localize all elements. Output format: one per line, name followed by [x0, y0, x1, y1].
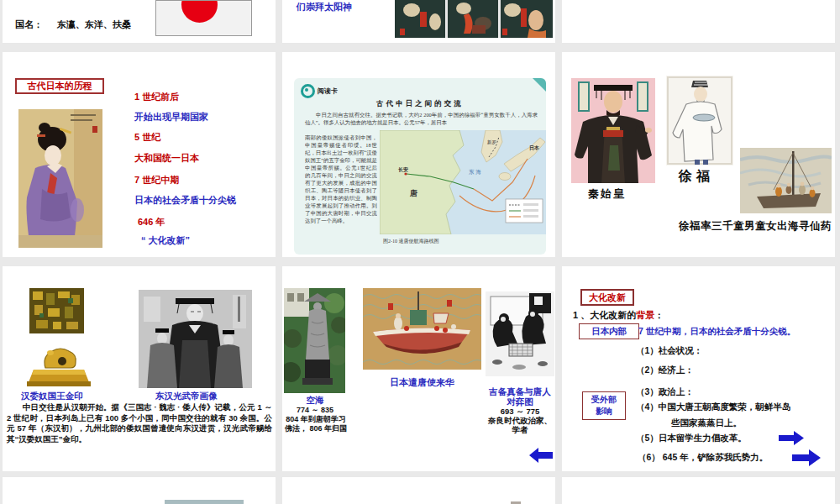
timeline-item-4: 大和国统一日本: [134, 152, 199, 165]
map-label-tang: 唐: [409, 189, 418, 197]
reform-item-6: （6） 645 年，铲除苏我氏势力。: [638, 452, 768, 464]
reform-heading-prefix: 1 、大化改新的: [573, 310, 636, 320]
slide-thumbnail-reading-card[interactable]: 阅读卡 古代中日之间的交流 中日之间自古就有交往。据史书记载，大约2 200年前…: [282, 52, 555, 257]
reading-card-icon-dot: [305, 88, 308, 92]
slide-thumbnail-xufu-legend[interactable]: 秦始皇 徐福: [562, 52, 835, 257]
timeline-item-5: 7 世纪中期: [134, 174, 179, 186]
qin-shihuang-label: 秦始皇: [588, 186, 626, 202]
reform-heading-suffix: ：: [654, 310, 664, 320]
reform-item-3: （3）政治上：: [636, 386, 694, 398]
map-caption: 图2-10 遣唐使航海路线图: [383, 238, 439, 245]
external-factor-box: 受外部 影响: [582, 391, 626, 420]
reading-card-panel: 阅读卡 古代中日之间的交流 中日之间自古就有交往。据史书记载，大约2 200年前…: [294, 78, 546, 255]
country-name-label: 国名：: [15, 19, 43, 29]
xufu-caption: 徐福率三千童男童女出海寻仙药: [679, 219, 832, 234]
slide-thumbnail-partial-bottom-3[interactable]: [562, 477, 835, 504]
map-label-changan: 长安: [397, 166, 408, 172]
map-label-xinluo: 新罗: [487, 139, 496, 145]
slide-thumbnail-country-name[interactable]: 国名： 东瀛、东洋、扶桑: [3, 0, 276, 43]
partial-image-strip: [165, 500, 244, 504]
nav-arrow-right-icon-1[interactable]: [779, 431, 804, 445]
timeline-item-3: 5 世纪: [134, 131, 160, 144]
seal-face-image: [29, 288, 84, 333]
geisha-painting-image: [18, 109, 102, 248]
sun-worship-caption: 们崇拜太阳神: [297, 1, 352, 13]
timeline-item-2: 开始出现早期国家: [134, 111, 208, 123]
reading-card-icon: [301, 84, 315, 98]
gold-seal-label: 汉委奴国王金印: [21, 391, 83, 402]
external-factor-line2: 影响: [583, 406, 625, 417]
envoy-ship-painting-image: [363, 288, 481, 370]
xufu-voyage-image: [740, 148, 832, 213]
slide-thumbnail-tang-envoys[interactable]: 空海 774 ～ 835 804 年到唐朝学习 佛法， 806 年归国: [282, 266, 555, 471]
country-name-line: 国名： 东瀛、东洋、扶桑: [15, 18, 131, 31]
japan-flag-icon: [155, 0, 252, 36]
gold-seal-image: [25, 338, 92, 388]
timeline-item-6: 日本的社会矛盾十分尖锐: [134, 194, 236, 207]
reform-item-2: （2）经济上：: [636, 365, 694, 376]
nav-arrow-right-icon-2[interactable]: [792, 449, 821, 466]
reading-card-tag: 阅读卡: [318, 87, 338, 96]
timeline-item-8: “ 大化改新”: [141, 234, 190, 247]
reform-item-4: （4）中国大唐王朝高度繁荣，朝鲜半岛: [636, 402, 790, 413]
slide-thumbnail-sun-worship[interactable]: 们崇拜太阳神: [282, 0, 555, 43]
nav-arrow-left-icon[interactable]: [529, 448, 553, 463]
slide-thumbnail-taika-reform[interactable]: 大化改新 1 、大化改新的背景： 日本内部 7 世纪中期，日本的社会矛盾十分尖锐…: [562, 266, 835, 471]
kukai-line3: 佛法， 806 年归国: [281, 423, 351, 434]
go-game-illustration-image: [486, 291, 554, 376]
slide-sorter-grid: 国名： 东瀛、东洋、扶桑 们崇拜太阳神: [0, 0, 840, 504]
kukai-statue-image: [284, 288, 345, 393]
slide-thumbnail-partial-bottom-1[interactable]: [3, 477, 276, 504]
map-label-riben: 日本: [529, 144, 539, 151]
qin-shihuang-portrait-image: [571, 78, 655, 183]
country-name-value: 东瀛、东洋、扶桑: [57, 19, 131, 29]
flag-sun-circle: [181, 0, 218, 23]
history-title-box: 古代日本的历程: [15, 78, 104, 94]
xufu-portrait-image: [666, 76, 733, 165]
han-exchange-paragraph: 中日交往是从汉朝开始。据《三国志 · 魏志 · 倭人传》记载，公元 1 ～ 2 …: [7, 402, 272, 444]
slide-thumbnail-gold-seal[interactable]: 汉委奴国王金印 东汉光武帝画像 中日交往是从汉朝开始。据《三国志 · 魏志 · …: [3, 266, 276, 471]
map-label-donghai: 东 海: [469, 169, 481, 176]
reform-title-box: 大化改新: [580, 289, 634, 306]
internal-factor-box: 日本内部: [579, 323, 639, 339]
slide-thumbnail-blank-top[interactable]: [562, 0, 835, 43]
reading-card-title: 古代中日之间的交流: [294, 99, 546, 109]
reform-item-1: （1）社会状况：: [636, 345, 702, 357]
timeline-item-7: 646 年: [138, 216, 165, 228]
external-factor-line1: 受外部: [583, 394, 625, 406]
reform-item-4b: 些国家蒸蒸日上。: [671, 417, 742, 429]
reform-item-5: （5）日本留学生力倡改革。: [636, 433, 747, 444]
card-paragraph-left: 南部的倭奴国派使者到中国，中国皇帝赐使者印绶。18世纪，日本出土过一枚刻有“汉倭…: [305, 134, 377, 253]
kibi-role-line2: 学者: [480, 425, 559, 436]
ukiyoe-triptych-image: [395, 0, 553, 38]
tang-envoy-route-map: 长安 唐 东 海 新罗 日本: [380, 130, 546, 234]
envoy-ship-label: 日本遣唐使来华: [363, 376, 481, 389]
card-paragraph-top: 中日之间自古就有交往。据史书记载，大约2 200年前，中国的徐福带“童男女数千人…: [305, 111, 538, 126]
card-corner-accent: [533, 78, 546, 92]
slide-thumbnail-partial-bottom-2[interactable]: [282, 477, 555, 504]
reform-heading: 1 、大化改新的背景：: [573, 309, 664, 322]
timeline-item-1: 1 世纪前后: [134, 91, 179, 103]
emperor-guangwu-label: 东汉光武帝画像: [155, 391, 218, 402]
reform-blue-line: 7 世纪中期，日本的社会矛盾十分尖锐。: [638, 326, 795, 338]
xufu-label: 徐福: [679, 168, 714, 186]
slide-thumbnail-japan-history[interactable]: 古代日本的历程 1 世纪前后 开始出现早期国家 5 世纪 大和国统一日本 7 世…: [3, 52, 276, 257]
reform-heading-highlight: 背景: [636, 310, 654, 320]
emperor-guangwu-portrait-image: [139, 290, 252, 388]
